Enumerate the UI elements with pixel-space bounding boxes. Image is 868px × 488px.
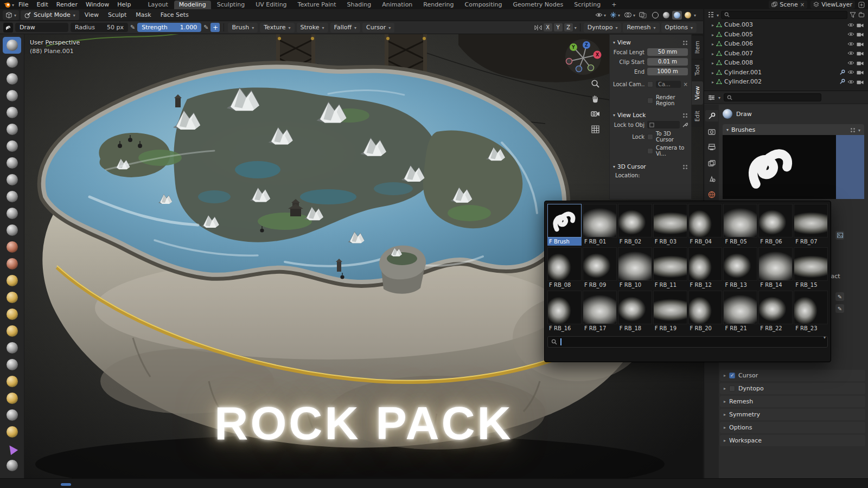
workspace-tab-animation[interactable]: Animation bbox=[377, 1, 417, 9]
tool-clay-strips[interactable] bbox=[3, 87, 21, 104]
menu-mask[interactable]: Mask bbox=[132, 10, 155, 20]
tool-blob[interactable] bbox=[3, 155, 21, 171]
properties-search-input[interactable] bbox=[724, 93, 821, 101]
viewlayer-icon[interactable] bbox=[813, 2, 819, 8]
camera-view-icon[interactable] bbox=[591, 110, 601, 118]
dyntopo-checkbox[interactable] bbox=[729, 386, 735, 391]
object-name[interactable]: Cylinder.001 bbox=[724, 69, 837, 76]
filter-icon[interactable] bbox=[850, 12, 856, 18]
disable-render-camera-icon[interactable] bbox=[857, 79, 864, 85]
add-brush-button[interactable]: + bbox=[210, 23, 220, 32]
brush-thumbnail[interactable] bbox=[618, 204, 652, 237]
viewlayer-name[interactable]: ViewLayer bbox=[821, 1, 852, 8]
workspace-tab-texture-paint[interactable]: Texture Paint bbox=[293, 1, 341, 9]
sidebar-tab-item[interactable]: Item bbox=[692, 36, 703, 59]
panel-remesh[interactable]: Remesh bbox=[720, 396, 865, 407]
brush-thumbnail[interactable] bbox=[688, 247, 723, 281]
expand-icon[interactable] bbox=[712, 21, 714, 28]
brush-thumbnail[interactable] bbox=[723, 291, 757, 324]
tool-pinch[interactable] bbox=[3, 272, 21, 289]
mirror-y-button[interactable]: Y bbox=[554, 23, 563, 31]
brush-item[interactable]: F RB_21 bbox=[723, 291, 757, 332]
tool-draw[interactable] bbox=[3, 37, 21, 54]
brush-thumbnail[interactable] bbox=[583, 247, 617, 281]
axis-negy-handle[interactable] bbox=[588, 65, 594, 71]
workspace-tab-layout[interactable]: Layout bbox=[143, 1, 173, 9]
object-name[interactable]: Cube.003 bbox=[724, 21, 845, 28]
menu-render[interactable]: Render bbox=[53, 1, 81, 9]
brush-item[interactable]: F RB_01 bbox=[583, 204, 617, 246]
local-camera-clear-icon[interactable] bbox=[684, 82, 688, 87]
workspace-tab-geometry-nodes[interactable]: Geometry Nodes bbox=[508, 1, 568, 9]
scene-name[interactable]: Scene bbox=[780, 1, 798, 8]
show-gizmo-dropdown[interactable] bbox=[610, 11, 620, 18]
brush-item[interactable]: F RB_16 bbox=[547, 291, 582, 332]
brush-item[interactable]: F RB_08 bbox=[547, 247, 582, 289]
panel-dyntopo[interactable]: Dyntopo bbox=[720, 383, 865, 394]
tool-draw-sharp[interactable] bbox=[3, 54, 21, 70]
tool-inflate[interactable] bbox=[3, 138, 21, 155]
tab-view-layer[interactable] bbox=[705, 157, 718, 169]
view-section-header[interactable]: View bbox=[613, 39, 688, 46]
brush-item[interactable]: F RB_09 bbox=[583, 247, 617, 289]
brush-item[interactable]: F RB_02 bbox=[618, 204, 652, 246]
brush-thumbnail[interactable] bbox=[653, 204, 687, 237]
brush-name-field[interactable]: Draw bbox=[15, 23, 68, 32]
hide-viewport-eye-icon[interactable] bbox=[847, 69, 854, 75]
tool-smooth[interactable] bbox=[3, 188, 21, 205]
cursor-section-header[interactable]: 3D Cursor bbox=[613, 163, 688, 170]
brush-item[interactable]: F RB_17 bbox=[583, 291, 617, 332]
brush-item[interactable]: F RB_06 bbox=[758, 204, 793, 246]
workspace-tab-shading[interactable]: Shading bbox=[342, 1, 376, 9]
tool-boundary[interactable] bbox=[3, 423, 21, 440]
expand-icon[interactable] bbox=[712, 50, 714, 57]
sidebar-tab-tool[interactable]: Tool bbox=[692, 60, 703, 80]
strength-slider[interactable]: Strength 1.000 bbox=[137, 23, 201, 32]
tool-clay[interactable] bbox=[3, 70, 21, 87]
drag-dots-icon[interactable] bbox=[683, 113, 685, 115]
disable-render-camera-icon[interactable] bbox=[857, 60, 864, 66]
expand-icon[interactable] bbox=[712, 40, 714, 47]
menu-file[interactable]: File bbox=[15, 1, 32, 9]
view-lock-section-header[interactable]: View Lock bbox=[613, 112, 688, 118]
brushes-panel-header[interactable]: Brushes bbox=[723, 124, 864, 135]
menu-sculpt[interactable]: Sculpt bbox=[104, 10, 130, 20]
tool-mask[interactable] bbox=[3, 457, 21, 474]
brush-thumbnail[interactable] bbox=[758, 291, 793, 324]
dyntopo-popover[interactable]: Dyntopo bbox=[584, 23, 622, 33]
scene-browse-icon[interactable] bbox=[771, 2, 777, 8]
zoom-icon[interactable] bbox=[591, 79, 600, 88]
mode-dropdown[interactable]: Sculpt Mode bbox=[21, 10, 79, 20]
brush-thumbnail[interactable] bbox=[653, 291, 687, 324]
scene-unlink-icon[interactable] bbox=[800, 2, 805, 8]
drag-dots-icon[interactable] bbox=[683, 165, 685, 166]
disable-render-camera-icon[interactable] bbox=[857, 41, 864, 47]
mirror-z-button[interactable]: Z bbox=[564, 23, 573, 31]
brush-thumbnail[interactable] bbox=[547, 291, 582, 324]
shading-wireframe-button[interactable] bbox=[650, 11, 660, 20]
shading-solid-button[interactable] bbox=[661, 11, 671, 20]
cursor-checkbox[interactable] bbox=[729, 373, 735, 378]
tab-output[interactable] bbox=[705, 142, 718, 153]
brush-item[interactable]: F RB_11 bbox=[653, 247, 687, 289]
render-region-checkbox[interactable] bbox=[647, 98, 653, 104]
tool-crease[interactable] bbox=[3, 171, 21, 188]
tool-clay-thumb[interactable] bbox=[3, 104, 21, 121]
brush-preview-large[interactable] bbox=[723, 135, 864, 199]
brush-thumbnail[interactable] bbox=[794, 204, 828, 237]
brush-item[interactable]: F RB_14 bbox=[758, 247, 793, 289]
axis-negx-handle[interactable] bbox=[566, 59, 572, 65]
expand-icon[interactable] bbox=[712, 69, 714, 76]
to-3d-cursor-checkbox[interactable] bbox=[647, 134, 653, 140]
remesh-popover[interactable]: Remesh bbox=[623, 23, 659, 33]
move-view-hand-icon[interactable] bbox=[591, 94, 600, 104]
options-popover[interactable]: Options bbox=[661, 23, 697, 33]
falloff-popover[interactable]: Falloff bbox=[330, 23, 361, 33]
active-brush-row[interactable]: Draw bbox=[723, 109, 864, 119]
outliner-editor-chevron-icon[interactable] bbox=[717, 11, 719, 18]
outliner-editor-icon[interactable] bbox=[707, 11, 714, 18]
outliner-row[interactable]: Cube.003 bbox=[704, 20, 868, 30]
axis-negz-handle[interactable] bbox=[576, 66, 582, 72]
brush-item[interactable]: F RB_07 bbox=[794, 204, 828, 246]
brush-item[interactable]: F Brush bbox=[547, 204, 582, 246]
